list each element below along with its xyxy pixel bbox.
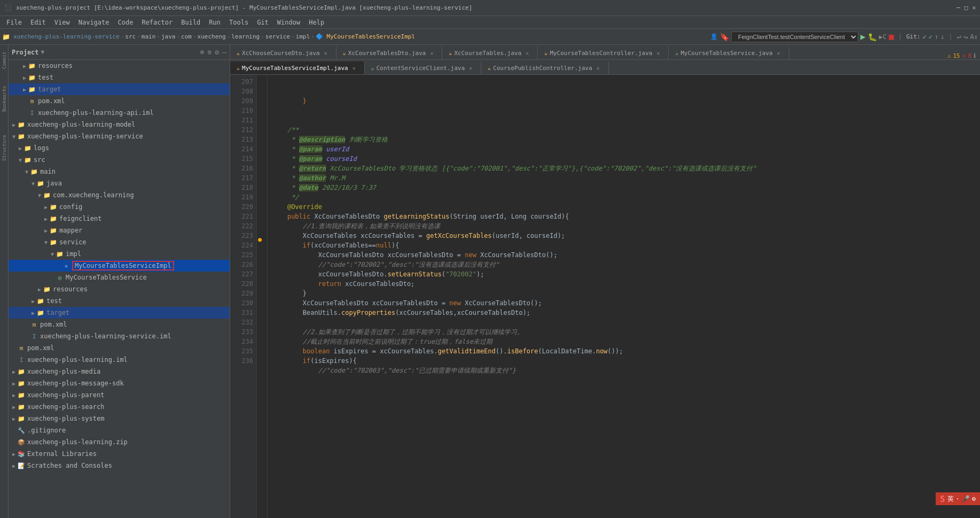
menu-code[interactable]: Code bbox=[114, 18, 138, 27]
side-icon-bookmarks[interactable]: Bookmarks bbox=[1, 86, 8, 112]
tree-item-pom2[interactable]: ▶ m pom.xml bbox=[9, 319, 230, 330]
run-btn[interactable]: ▶ bbox=[860, 32, 866, 42]
menu-run[interactable]: Run bbox=[205, 18, 225, 27]
tab-mycourseService[interactable]: ☕ MyCourseTablesService.java ✕ bbox=[669, 47, 789, 59]
tab-xcChooseCourseDto[interactable]: ☕ XcChooseCourseDto.java ✕ bbox=[230, 47, 336, 59]
bookmark-icon[interactable]: 🔖 bbox=[720, 33, 729, 41]
sidebar-dropdown[interactable]: ▼ bbox=[41, 49, 45, 56]
undo-btn[interactable]: ↩ bbox=[957, 33, 961, 41]
ime-voice[interactable]: 🎤 bbox=[962, 495, 970, 502]
tree-item-scratches[interactable]: ▶ 📝 Scratches and Consoles bbox=[9, 460, 230, 471]
tree-item-com-xuecheng[interactable]: ▼ 📁 com.xuecheng.learning bbox=[9, 189, 230, 201]
tab-close-btn[interactable]: ✕ bbox=[322, 49, 330, 57]
tree-item-config[interactable]: ▶ 📁 config bbox=[9, 201, 230, 213]
locate-icon[interactable]: ⊕ bbox=[200, 48, 205, 56]
tree-item-pom1[interactable]: ▶ m pom.xml bbox=[9, 95, 230, 107]
tree-item-external-libs[interactable]: ▶ 📚 External Libraries bbox=[9, 448, 230, 460]
tab-close-btn[interactable]: ✕ bbox=[467, 64, 474, 72]
redo-btn[interactable]: ↪ bbox=[963, 33, 968, 41]
tree-item-java[interactable]: ▼ 📁 java bbox=[9, 177, 230, 189]
tab-mycourseController[interactable]: ☕ MyCourseTablesController.java ✕ bbox=[538, 47, 669, 59]
tree-item-search[interactable]: ▶ 📁 xuecheng-plus-search bbox=[9, 401, 230, 413]
tree-item-mycourse-service[interactable]: ▶ ◎ MyCourseTablesService bbox=[9, 272, 230, 283]
menu-tools[interactable]: Tools bbox=[225, 18, 253, 27]
side-icon-commit[interactable]: Commit bbox=[1, 47, 8, 74]
breadcrumb-xuecheng[interactable]: xuecheng bbox=[198, 33, 226, 40]
side-icon-structure[interactable]: Structure bbox=[1, 135, 8, 161]
ime-settings[interactable]: ⚙ bbox=[972, 495, 976, 502]
breadcrumb-service[interactable]: xuecheng-plus-learning-service bbox=[13, 33, 120, 40]
menu-help[interactable]: Help bbox=[304, 18, 328, 27]
breadcrumb-main[interactable]: main bbox=[142, 33, 156, 40]
tree-item-gitignore[interactable]: ▶ 🔧 .gitignore bbox=[9, 424, 230, 436]
tree-item-resources[interactable]: ▶ 📁 resources bbox=[9, 60, 230, 72]
code-text[interactable]: } /** * @description 判断学习资格 * @param use… bbox=[268, 75, 980, 518]
tree-item-iml2[interactable]: ▶ I xuecheng-plus-learning-service.iml bbox=[9, 330, 230, 342]
minimize-btn[interactable]: ─ bbox=[957, 4, 960, 11]
font-size-btn[interactable]: A↕ bbox=[970, 33, 978, 41]
tree-item-target1[interactable]: ▶ 📁 target bbox=[9, 83, 230, 95]
run-coverage-btn[interactable]: ▶C bbox=[879, 33, 887, 41]
tab-close-btn[interactable]: ✕ bbox=[594, 64, 602, 72]
tree-item-model[interactable]: ▶ 📁 xuecheng-plus-learning-model bbox=[9, 119, 230, 130]
debug-btn[interactable]: 🐛 bbox=[868, 33, 877, 41]
tab-close-btn[interactable]: ✕ bbox=[350, 64, 358, 72]
git-push[interactable]: ↑ bbox=[935, 33, 938, 41]
tab-close-btn[interactable]: ✕ bbox=[428, 49, 435, 57]
tree-item-main[interactable]: ▼ 📁 main bbox=[9, 166, 230, 177]
collapse-icon[interactable]: — bbox=[222, 48, 226, 56]
menu-git[interactable]: Git bbox=[253, 18, 273, 27]
close-btn[interactable]: ✕ bbox=[972, 4, 976, 11]
tree-item-iml-root[interactable]: ▶ I xuecheng-plus-learning.iml bbox=[9, 354, 230, 366]
run-config-select[interactable]: FeignClientTest.testContentServiceClient bbox=[731, 32, 858, 42]
tree-item-src[interactable]: ▼ 📁 src bbox=[9, 154, 230, 166]
menu-refactor[interactable]: Refactor bbox=[137, 18, 177, 27]
tab-contentServiceClient[interactable]: ☕ ContentServiceClient.java ✕ bbox=[365, 61, 482, 74]
breadcrumb-impl[interactable]: impl bbox=[296, 33, 310, 40]
tree-item-resources2[interactable]: ▶ 📁 resources bbox=[9, 283, 230, 295]
menu-file[interactable]: File bbox=[2, 18, 26, 27]
tree-item-service-folder[interactable]: ▼ 📁 service bbox=[9, 236, 230, 248]
tree-item-logs[interactable]: ▶ 📁 logs bbox=[9, 142, 230, 154]
tree-item-feignclient[interactable]: ▶ 📁 feignclient bbox=[9, 213, 230, 225]
menu-window[interactable]: Window bbox=[273, 18, 304, 27]
tree-item-system[interactable]: ▶ 📁 xuecheng-plus-system bbox=[9, 413, 230, 424]
menu-edit[interactable]: Edit bbox=[26, 18, 50, 27]
breadcrumb-src[interactable]: src bbox=[125, 33, 136, 40]
breadcrumb-learning[interactable]: learning bbox=[231, 33, 260, 40]
breadcrumb-class[interactable]: 🔷 MyCourseTablesServiceImpl bbox=[316, 33, 415, 40]
code-editor[interactable]: 207 208 209 210 211 212 213 214 215 216 … bbox=[230, 75, 980, 518]
tab-close-btn[interactable]: ✕ bbox=[775, 49, 782, 57]
tree-item-pom-root[interactable]: ▶ m pom.xml bbox=[9, 342, 230, 354]
tab-close-btn[interactable]: ✕ bbox=[523, 49, 531, 57]
maximize-btn[interactable]: □ bbox=[965, 4, 968, 11]
tab-xcCourseTables[interactable]: ☕ XcCourseTables.java ✕ bbox=[442, 47, 538, 59]
breadcrumb-service2[interactable]: service bbox=[265, 33, 290, 40]
tree-item-impl-folder[interactable]: ▼ 📁 impl bbox=[9, 248, 230, 260]
breadcrumb-com[interactable]: com bbox=[181, 33, 192, 40]
filter-icon[interactable]: ⚙ bbox=[215, 48, 219, 56]
tab-xcCourseTablesDto[interactable]: ☕ XcCourseTablesDto.java ✕ bbox=[336, 47, 443, 59]
breadcrumb-java[interactable]: java bbox=[161, 33, 176, 40]
sort-icon[interactable]: ≡ bbox=[208, 48, 212, 56]
git-pull[interactable]: ↓ bbox=[940, 33, 944, 41]
tab-coursePublishController[interactable]: ☕ CoursePublishController.java ✕ bbox=[481, 61, 608, 74]
stop-btn[interactable]: ■ bbox=[889, 32, 894, 42]
tree-item-zip[interactable]: ▶ 📦 xuecheng-plus-learning.zip bbox=[9, 436, 230, 448]
tree-item-test2[interactable]: ▶ 📁 test bbox=[9, 295, 230, 307]
tab-close-btn[interactable]: ✕ bbox=[654, 49, 662, 57]
tree-item-mapper[interactable]: ▶ 📁 mapper bbox=[9, 225, 230, 236]
menu-view[interactable]: View bbox=[50, 18, 74, 27]
ime-mode[interactable]: 英 bbox=[947, 494, 954, 504]
tree-item-iml1[interactable]: ▶ I xuecheng-plus-learning-api.iml bbox=[9, 107, 230, 119]
tree-item-test[interactable]: ▶ 📁 test bbox=[9, 72, 230, 83]
tab-mycourseImpl[interactable]: ☕ MyCourseTablesServiceImpl.java ✕ bbox=[230, 61, 365, 74]
tree-item-parent[interactable]: ▶ 📁 xuecheng-plus-parent bbox=[9, 389, 230, 401]
menu-navigate[interactable]: Navigate bbox=[74, 18, 114, 27]
menu-build[interactable]: Build bbox=[177, 18, 205, 27]
tree-item-learning-service[interactable]: ▼ 📁 xuecheng-plus-learning-service bbox=[9, 130, 230, 142]
tree-item-target2[interactable]: ▶ 📁 target bbox=[9, 307, 230, 319]
tree-item-message[interactable]: ▶ 📁 xuecheng-plus-message-sdk bbox=[9, 377, 230, 389]
tree-item-mycourse-impl[interactable]: ▶ ◈ MyCourseTablesServiceImpl bbox=[9, 260, 230, 272]
breakpoint-icon[interactable]: ● bbox=[258, 234, 266, 246]
